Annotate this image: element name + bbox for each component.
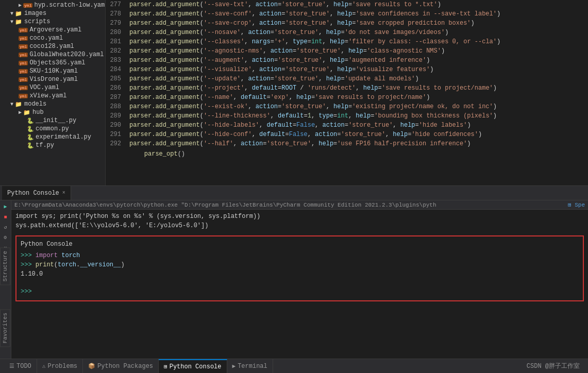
file-name: xView.yaml bbox=[29, 92, 66, 99]
yaml-icon: yml bbox=[19, 28, 28, 32]
status-problems[interactable]: ⚠ Problems bbox=[37, 359, 83, 373]
yaml-icon: yml bbox=[19, 69, 28, 74]
python-packages-icon: 📦 bbox=[88, 363, 95, 369]
tree-item[interactable]: yml GlobalWheat2020.yaml bbox=[0, 50, 105, 59]
yaml-icon: yml bbox=[23, 3, 32, 8]
file-name: tf.py bbox=[36, 142, 54, 149]
file-name: coco128.yaml bbox=[29, 43, 74, 50]
csdn-watermark: CSDN @胖子工作室 bbox=[527, 362, 584, 370]
arrow-icon: ▼ bbox=[10, 11, 13, 16]
arrow-icon: ▶ bbox=[19, 2, 22, 8]
repl-output-version: 1.10.0 bbox=[21, 269, 579, 279]
folder-icon: 📁 bbox=[15, 101, 22, 108]
yaml-icon: yml bbox=[19, 36, 28, 41]
folder-icon: 📁 bbox=[23, 109, 30, 116]
tab-label: Python Console bbox=[7, 190, 59, 197]
tab-close-icon[interactable]: × bbox=[62, 190, 65, 196]
file-name: Objects365.yaml bbox=[29, 59, 85, 66]
python-path: E:\ProgramData\Anaconda3\envs\pytorch\py… bbox=[14, 202, 436, 208]
file-name: GlobalWheat2020.yaml bbox=[29, 51, 104, 58]
tree-item[interactable]: yml Argoverse.yaml bbox=[0, 26, 105, 34]
python-console-box-title: Python Console bbox=[21, 241, 579, 248]
python-console-highlighted-box: Python Console >>> import torch >>> prin… bbox=[15, 235, 584, 301]
yaml-icon: yml bbox=[19, 61, 28, 65]
folder-name: models bbox=[24, 100, 46, 108]
repl-cursor-line: >>> bbox=[21, 287, 579, 296]
tree-item[interactable]: 🐍 __init__.py bbox=[0, 116, 105, 125]
python-packages-label: Python Packages bbox=[97, 363, 153, 370]
status-bar: ☰ TODO ⚠ Problems 📦 Python Packages ⊞ Py… bbox=[0, 359, 588, 373]
tree-item[interactable]: yml xView.yaml bbox=[0, 92, 105, 100]
yaml-icon: yml bbox=[19, 77, 28, 82]
console-main: E:\ProgramData\Anaconda3\envs\pytorch\py… bbox=[11, 200, 588, 359]
file-name: experimental.py bbox=[36, 133, 91, 141]
yaml-icon: yml bbox=[19, 86, 28, 90]
file-name: common.py bbox=[36, 125, 69, 132]
favorites-label[interactable]: Favorites bbox=[0, 309, 10, 347]
tree-item[interactable]: 🐍 experimental.py bbox=[0, 133, 105, 141]
file-name: VisDrone.yaml bbox=[29, 76, 78, 83]
status-python-console[interactable]: ⊞ Python Console bbox=[159, 359, 227, 373]
structure-label[interactable]: Structure bbox=[0, 247, 10, 285]
file-name: SKU-110K.yaml bbox=[29, 67, 78, 75]
init-line-1: import sys; print('Python %s on %s' % (s… bbox=[15, 212, 584, 221]
todo-label: TODO bbox=[16, 363, 31, 370]
status-todo[interactable]: ☰ TODO bbox=[4, 359, 37, 373]
code-content: parser.add_argument('--save-txt', action… bbox=[125, 0, 588, 185]
run-button[interactable]: ▶ bbox=[2, 202, 10, 211]
file-name: VOC.yaml bbox=[29, 84, 59, 91]
status-python-packages[interactable]: 📦 Python Packages bbox=[83, 359, 159, 373]
file-name: coco.yaml bbox=[29, 35, 63, 42]
yaml-icon: yml bbox=[19, 44, 28, 49]
tree-item[interactable]: ▶ 📁 hub bbox=[0, 108, 105, 116]
file-name: Argoverse.yaml bbox=[29, 26, 81, 33]
tree-item[interactable]: yml SKU-110K.yaml bbox=[0, 67, 105, 75]
tree-item[interactable]: ▼ 📁 images bbox=[0, 9, 105, 18]
folder-name: hub bbox=[32, 109, 44, 116]
arrow-icon: ▶ bbox=[19, 109, 22, 115]
console-tab-bar: Python Console × bbox=[0, 186, 588, 200]
problems-label: Problems bbox=[47, 363, 77, 370]
file-name: __init__.py bbox=[36, 117, 76, 124]
console-toolbar: E:\ProgramData\Anaconda3\envs\pytorch\py… bbox=[11, 200, 588, 210]
tree-item[interactable]: 🐍 common.py bbox=[0, 125, 105, 133]
tree-item[interactable]: 🐍 tf.py bbox=[0, 141, 105, 149]
tree-item[interactable]: ▼ 📁 scripts bbox=[0, 18, 105, 26]
file-name: hyp.scratch-low.yaml bbox=[34, 2, 106, 9]
init-commands: import sys; print('Python %s on %s' % (s… bbox=[11, 210, 588, 232]
folder-icon: 📁 bbox=[15, 10, 22, 17]
tree-item[interactable]: yml coco.yaml bbox=[0, 34, 105, 42]
status-terminal[interactable]: ▶ Terminal bbox=[227, 359, 273, 373]
tree-item[interactable]: yml VOC.yaml bbox=[0, 83, 105, 92]
folder-icon: 📁 bbox=[15, 19, 22, 25]
console-panel: Python Console × ▶ ■ ↺ ⚙ ∞ ⚙ + E:\Progra… bbox=[0, 185, 588, 359]
terminal-label: Terminal bbox=[238, 363, 267, 370]
file-tree: ▶ yml hyp.scratch-low.yaml ▼ 📁 images ▼ … bbox=[0, 0, 106, 185]
arrow-icon: ▼ bbox=[10, 101, 13, 107]
special-run-icon: ⊞ Spe bbox=[568, 201, 585, 208]
tab-python-console[interactable]: Python Console × bbox=[2, 186, 71, 200]
rerun-button[interactable]: ↺ bbox=[2, 223, 10, 231]
arrow-icon: ▼ bbox=[10, 19, 13, 25]
console-output: Python Console >>> import torch >>> prin… bbox=[11, 232, 588, 359]
folder-name: images bbox=[24, 10, 46, 17]
python-console-icon: ⊞ bbox=[164, 363, 167, 370]
console-body: ▶ ■ ↺ ⚙ ∞ ⚙ + E:\ProgramData\Anaconda3\e… bbox=[0, 200, 588, 359]
problems-icon: ⚠ bbox=[42, 363, 46, 369]
tree-item[interactable]: yml VisDrone.yaml bbox=[0, 75, 105, 83]
tree-item[interactable]: ▼ 📁 models bbox=[0, 100, 105, 108]
tree-item[interactable]: yml coco128.yaml bbox=[0, 42, 105, 50]
settings-button[interactable]: ⚙ bbox=[2, 233, 10, 242]
yaml-icon: yml bbox=[19, 53, 28, 57]
tree-item[interactable]: ▶ yml hyp.scratch-low.yaml bbox=[0, 1, 105, 9]
repl-line-1: >>> import torch bbox=[21, 251, 579, 260]
tree-item[interactable]: yml Objects365.yaml bbox=[0, 59, 105, 67]
line-numbers: 277278279280 281282283284 285286287288 2… bbox=[106, 0, 125, 185]
terminal-icon: ▶ bbox=[232, 363, 236, 369]
todo-icon: ☰ bbox=[9, 363, 14, 369]
python-console-status-label: Python Console bbox=[170, 363, 222, 370]
init-line-2: sys.path.extend(['E:\\yolov5-6.0', 'E:/y… bbox=[15, 221, 584, 230]
stop-button[interactable]: ■ bbox=[2, 213, 10, 221]
repl-line-2: >>> print(torch.__version__) bbox=[21, 260, 579, 269]
yaml-icon: yml bbox=[19, 94, 28, 98]
